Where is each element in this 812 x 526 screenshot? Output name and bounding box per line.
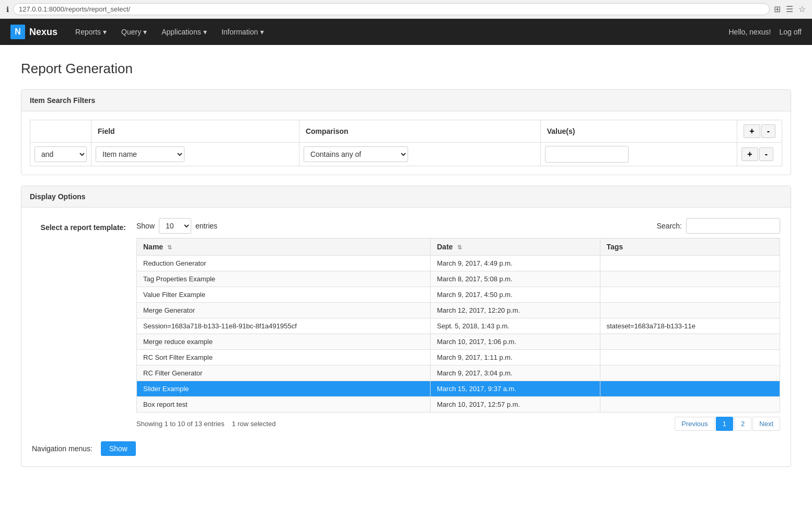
conjunction-select[interactable]: and or [34, 146, 87, 162]
row-name-cell: RC Sort Filter Example [137, 350, 431, 365]
navbar-right: Hello, nexus! Log off [729, 28, 802, 36]
dropdown-arrow-information: ▾ [260, 28, 264, 36]
navbar-nav: Reports ▾ Query ▾ Applications ▾ Informa… [68, 19, 728, 45]
row-tags-cell [600, 271, 780, 287]
page-title: Report Generation [21, 61, 791, 77]
nav-menus-row: Navigation menus: Show [32, 441, 780, 456]
info-icon: ℹ [6, 5, 9, 14]
comparison-cell: Contains any of Equals Does not contain [299, 143, 540, 166]
nav-item-applications[interactable]: Applications ▾ [154, 19, 214, 45]
filter-table: Field Comparison Value(s) + - [30, 120, 782, 166]
showing-info: Showing 1 to 10 of 13 entries [136, 420, 224, 428]
row-name-cell: Session=1683a718-b133-11e8-91bc-8f1a4919… [137, 318, 431, 334]
add-row-button[interactable]: + [741, 147, 758, 161]
display-options-heading: Display Options [21, 186, 791, 208]
page-content: Report Generation Item Search Filters Fi… [0, 45, 812, 493]
bookmarks-icon[interactable]: ☰ [786, 4, 793, 14]
search-input[interactable] [686, 218, 780, 234]
table-row[interactable]: Merge reduce exampleMarch 10, 2017, 1:06… [137, 334, 780, 350]
row-tags-cell: stateset=1683a718-b133-11e [600, 318, 780, 334]
dropdown-arrow-applications: ▾ [203, 28, 207, 36]
next-button[interactable]: Next [752, 417, 780, 431]
value-input[interactable] [545, 146, 629, 163]
row-date-cell: March 9, 2017, 4:50 p.m. [431, 287, 600, 303]
row-name-cell: Value Filter Example [137, 287, 431, 303]
col-date-header[interactable]: Date ⇅ [431, 238, 600, 256]
dropdown-arrow-query: ▾ [143, 28, 147, 36]
browser-bar: ℹ 127.0.0.1:8000/reports/report_select/ … [0, 0, 812, 19]
url-text: 127.0.0.1:8000/reports/report_select/ [19, 5, 130, 13]
field-select[interactable]: Item name Tags Date [96, 146, 184, 162]
table-row[interactable]: RC Filter GeneratorMarch 9, 2017, 3:04 p… [137, 365, 780, 381]
col-name-header[interactable]: Name ⇅ [137, 238, 431, 256]
row-date-cell: Sept. 5, 2018, 1:43 p.m. [431, 318, 600, 334]
table-row[interactable]: Box report testMarch 10, 2017, 12:57 p.m… [137, 397, 780, 413]
show-button[interactable]: Show [101, 441, 136, 456]
show-entries-left: Show 5 10 25 50 100 entries [136, 218, 217, 234]
entries-select[interactable]: 5 10 25 50 100 [159, 218, 191, 234]
navbar-brand[interactable]: N Nexus [10, 25, 57, 39]
row-name-cell: Tag Properties Example [137, 271, 431, 287]
remove-filter-header-button[interactable]: - [761, 124, 775, 138]
conjunction-cell: and or [30, 143, 91, 166]
nav-link-applications[interactable]: Applications ▾ [154, 19, 214, 45]
row-actions-cell: + - [737, 143, 782, 166]
row-date-cell: March 9, 2017, 3:04 p.m. [431, 365, 600, 381]
page-1-button[interactable]: 1 [716, 417, 733, 431]
remove-row-button[interactable]: - [759, 147, 773, 161]
table-row[interactable]: RC Sort Filter ExampleMarch 9, 2017, 1:1… [137, 350, 780, 365]
nav-item-query[interactable]: Query ▾ [114, 19, 154, 45]
pagination-page-1[interactable]: 1 [716, 417, 733, 431]
row-name-cell: Merge Generator [137, 303, 431, 318]
nav-link-query[interactable]: Query ▾ [114, 19, 154, 45]
table-row[interactable]: Slider ExampleMarch 15, 2017, 9:37 a.m. [137, 381, 780, 397]
item-search-filters-panel: Item Search Filters Field Comparison Val… [21, 89, 791, 175]
show-entries-right: Search: [657, 218, 780, 234]
row-tags-cell [600, 334, 780, 350]
select-report-label-col: Select a report template: [32, 218, 126, 232]
name-sort-icon: ⇅ [167, 244, 172, 250]
table-scroll-wrapper: Name ⇅ Date ⇅ Tags [136, 238, 780, 413]
add-filter-header-button[interactable]: + [744, 124, 760, 138]
dropdown-arrow-reports: ▾ [103, 28, 107, 36]
star-icon[interactable]: ☆ [798, 4, 806, 14]
report-templates-table: Name ⇅ Date ⇅ Tags [136, 238, 780, 413]
brand-name: Nexus [29, 27, 57, 38]
row-tags-cell [600, 365, 780, 381]
row-tags-cell [600, 397, 780, 413]
header-btn-group: + - [744, 124, 775, 138]
table-row[interactable]: Tag Properties ExampleMarch 8, 2017, 5:0… [137, 271, 780, 287]
date-sort-icon: ⇅ [457, 244, 462, 250]
row-tags-cell [600, 256, 780, 271]
value-cell [540, 143, 737, 166]
table-row[interactable]: Value Filter ExampleMarch 9, 2017, 4:50 … [137, 287, 780, 303]
table-row[interactable]: Reduction GeneratorMarch 9, 2017, 4:49 p… [137, 256, 780, 271]
extensions-icon[interactable]: ⊞ [774, 4, 781, 14]
col-actions-header: + - [737, 120, 782, 143]
url-bar[interactable]: 127.0.0.1:8000/reports/report_select/ [13, 3, 770, 15]
search-label: Search: [657, 222, 682, 230]
pagination-previous[interactable]: Previous [675, 417, 715, 431]
nav-menus-label: Navigation menus: [32, 444, 92, 453]
comparison-select[interactable]: Contains any of Equals Does not contain [304, 146, 408, 162]
row-btn-group: + - [741, 147, 778, 161]
nav-item-information[interactable]: Information ▾ [214, 19, 271, 45]
row-date-cell: March 8, 2017, 5:08 p.m. [431, 271, 600, 287]
table-row[interactable]: Session=1683a718-b133-11e8-91bc-8f1a4919… [137, 318, 780, 334]
page-2-button[interactable]: 2 [734, 417, 751, 431]
pagination-page-2[interactable]: 2 [734, 417, 751, 431]
table-header-row: Name ⇅ Date ⇅ Tags [137, 238, 780, 256]
pagination-next[interactable]: Next [752, 417, 780, 431]
row-name-cell: Slider Example [137, 381, 431, 397]
nav-item-reports[interactable]: Reports ▾ [68, 19, 114, 45]
row-selected-info: 1 row selected [232, 420, 276, 428]
greeting-text: Hello, nexus! [729, 28, 771, 36]
table-row[interactable]: Merge GeneratorMarch 12, 2017, 12:20 p.m… [137, 303, 780, 318]
nav-link-information[interactable]: Information ▾ [214, 19, 271, 45]
show-label: Show [136, 222, 155, 230]
row-name-cell: RC Filter Generator [137, 365, 431, 381]
previous-button[interactable]: Previous [675, 417, 715, 431]
nav-link-reports[interactable]: Reports ▾ [68, 19, 114, 45]
logoff-link[interactable]: Log off [779, 28, 802, 36]
row-tags-cell [600, 350, 780, 365]
